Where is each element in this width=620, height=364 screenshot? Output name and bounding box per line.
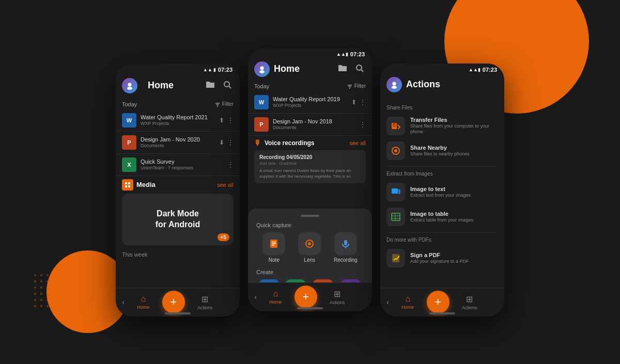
lens-icon-circle [298,232,321,255]
nav-fab-center[interactable]: + [295,286,317,308]
svg-point-11 [65,280,67,282]
home-title-center: Home [274,64,332,74]
recording-label: Recording [334,257,358,263]
svg-rect-76 [272,243,276,244]
section-today-left: Today Filter [116,99,240,109]
nav-fab-left[interactable]: + [162,291,185,313]
nav-actions-left[interactable]: ⊞ Actions [197,294,213,310]
file-name-1: Water Quality Report 2021 [141,114,215,120]
nav-home-center[interactable]: ⌂ Home [269,289,282,305]
actions-title-right: Actions [406,79,498,90]
search-icon-left[interactable] [221,80,234,92]
this-week-label-left: This week [116,248,240,259]
folder-icon-left[interactable] [204,80,217,92]
center-more-icon-2[interactable]: ⋮ [360,121,366,128]
voice-card-sub: Just now · OneDrive [259,161,361,166]
voice-see-all[interactable]: see all [349,140,366,146]
file-sub-2: Documents [141,143,215,148]
quick-capture-note[interactable]: Note [262,232,285,263]
image-to-table-item[interactable]: Image to table Extract table from your i… [386,204,498,229]
svg-point-8 [47,280,49,282]
folder-icon-center[interactable] [336,63,349,75]
upload-icon-1[interactable]: ⬆ [219,117,224,124]
pdf-label: Do more with PDFs [386,237,498,243]
image-to-text-item[interactable]: Image to text Extract text from your ima… [386,180,498,204]
file-sub-3: UnionTeam · 7 responses [141,165,223,170]
svg-point-31 [40,305,42,307]
lens-label: Lens [304,257,315,263]
excel-icon-3: X [122,157,136,172]
media-card-left[interactable]: Dark Modefor Android +5 [122,194,234,245]
status-icons-center: ▲▲▮ [336,52,348,57]
filter-btn-center[interactable]: Filter [347,83,366,89]
nav-home-left[interactable]: ⌂ Home [137,294,149,310]
avatar-left [122,78,137,93]
voice-header: 🎙 Voice recordings see all [254,139,366,147]
media-see-all-left[interactable]: see all [217,182,234,188]
svg-point-17 [65,287,67,289]
svg-rect-80 [344,240,347,245]
bg-dots-left [31,271,72,312]
center-file-info-1: Water Quality Report 2019 WXP Projects [273,96,347,108]
sign-pdf-item[interactable]: Sign a PDF Add your signature to a PDF [386,246,498,271]
nav-actions-center[interactable]: ⊞ Actions [330,289,345,305]
svg-point-26 [47,299,49,301]
center-file-1: W Water Quality Report 2019 WXP Projects… [248,91,372,114]
svg-point-82 [393,82,396,85]
status-icons-left: ▲▲ ▮ [203,67,216,72]
home-title-left: Home [142,77,199,95]
svg-point-56 [128,83,132,87]
quick-capture-lens[interactable]: Lens [298,232,321,263]
center-upload-icon-1[interactable]: ⬆ [351,99,357,106]
svg-point-34 [59,305,61,307]
nav-fab-right[interactable]: + [427,291,450,313]
search-icon-center[interactable] [353,63,366,75]
svg-point-13 [40,287,42,289]
back-arrow-center[interactable]: ‹ [254,293,257,301]
avatar-center [254,61,270,77]
svg-rect-64 [128,182,130,184]
filter-btn-left[interactable]: Filter [215,101,234,107]
share-nearby-desc: Share files to nearby phones [410,151,498,157]
nav-actions-right[interactable]: ⊞ Actions [462,294,477,310]
svg-point-23 [65,293,67,295]
home-icon-right: ⌂ [405,294,410,304]
image-to-text-info: Image to text Extract text from your ima… [410,186,498,199]
more-icon-1[interactable]: ⋮ [227,117,234,124]
phones-container: ▲▲ ▮ 07:23 Home Today Filter [116,48,504,316]
share-nearby-info: Share Nearby Share files to nearby phone… [410,145,498,157]
svg-point-19 [40,293,42,295]
svg-point-27 [53,299,55,301]
svg-point-22 [59,293,61,295]
svg-point-32 [47,305,49,307]
share-nearby-item[interactable]: Share Nearby Share files to nearby phone… [386,138,498,163]
svg-point-10 [59,280,61,282]
nav-home-right[interactable]: ⌂ Home [401,294,414,310]
quick-capture-recording[interactable]: Recording [334,232,358,263]
svg-point-2 [47,274,49,276]
svg-point-87 [394,149,397,152]
svg-point-24 [34,299,36,301]
image-to-text-desc: Extract text from your images [410,193,498,199]
status-time-center: 07:23 [350,51,365,57]
phone-center: ▲▲▮ 07:23 Home Today Filter W [248,48,372,311]
actions-icon-right: ⊞ [466,294,473,304]
center-file-2: P Design Jam - Nov 2018 Documents ⋮ [248,114,372,136]
center-word-icon: W [254,95,269,109]
share-files-label: Share Files [386,105,498,110]
word-icon-1: W [122,113,136,128]
svg-rect-92 [392,213,400,220]
file-info-2: Design Jam - Nov 2020 Documents [141,136,215,148]
svg-point-57 [127,87,132,90]
more-icon-2[interactable]: ⋮ [227,139,234,146]
voice-card[interactable]: Recording 04/05/2020 Just now · OneDrive… [254,150,366,183]
file-item-2: P Design Jam - Nov 2020 Documents ⬇ ⋮ [116,132,240,154]
back-arrow-left[interactable]: ‹ [122,298,125,306]
recording-icon-circle [334,232,357,255]
save-icon-2[interactable]: ⬇ [219,139,224,146]
back-arrow-right[interactable]: ‹ [386,298,389,306]
svg-point-20 [47,293,49,295]
more-icon-3[interactable]: ⋮ [227,161,234,168]
center-more-icon-1[interactable]: ⋮ [360,99,366,106]
transfer-files-item[interactable]: Transfer Files Share files from your com… [386,114,498,138]
